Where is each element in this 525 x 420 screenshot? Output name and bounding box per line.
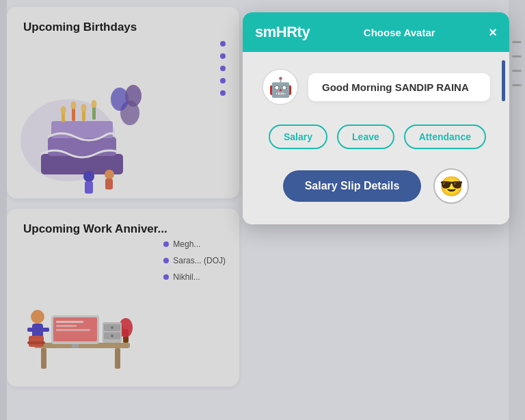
selected-avatar[interactable]: 😎 [433,168,469,204]
greeting-bubble: Good Morning SANDIP RAINA [308,73,490,101]
modal-logo-text: smHRty [255,23,310,41]
salary-slip-button[interactable]: Salary Slip Details [283,170,422,202]
salary-button[interactable]: Salary [269,124,327,149]
modal-header: smHRty Choose Avatar × [243,12,509,52]
robot-avatar: 🤖 [262,68,299,105]
leave-button[interactable]: Leave [337,124,394,149]
modal-body: 🤖 Good Morning SANDIP RAINA Salary Leave… [243,52,509,224]
action-buttons-row: Salary Leave Attendance [262,124,490,149]
robot-icon: 🤖 [269,76,293,99]
salary-slip-row: Salary Slip Details 😎 [262,168,490,204]
greeting-row: 🤖 Good Morning SANDIP RAINA [262,68,490,105]
modal-scrollbar[interactable] [502,60,505,101]
close-icon[interactable]: × [489,25,497,39]
greeting-text: Good Morning SANDIP RAINA [322,81,469,93]
choose-avatar-modal: smHRty Choose Avatar × 🤖 Good Morning SA… [243,12,509,224]
sunglasses-icon: 😎 [440,175,463,198]
modal-logo: smHRty [255,23,310,41]
attendance-button[interactable]: Attendance [404,124,486,149]
modal-title: Choose Avatar [364,27,435,38]
